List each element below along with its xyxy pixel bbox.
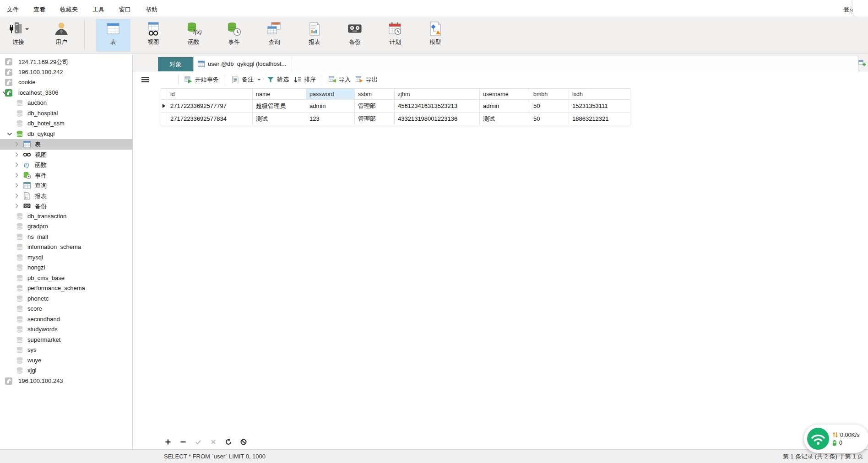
toolbar-table[interactable]: 表 [96,19,130,52]
grid-cell-username[interactable]: 测试 [480,113,530,125]
column-header-bmbh[interactable]: bmbh [530,88,569,100]
tree-item-pb-cms-base[interactable]: pb_cms_base [0,273,132,284]
grid-cell-lxdh[interactable]: 18863212321 [569,113,630,125]
tree-item-phonetc[interactable]: phonetc [0,294,132,304]
toolbar-user[interactable]: 用户 [44,19,79,52]
tab-objects[interactable]: 对象 [158,57,193,71]
note-button[interactable]: 备注 [229,74,264,85]
toolbar-schedule[interactable]: 计划 [378,19,412,52]
tree-item-gradpro[interactable]: gradpro [0,221,132,232]
toolbar-function[interactable]: f(x)函数 [176,19,211,52]
sort-button[interactable]: 排序 [291,74,318,85]
toolbar-connection[interactable]: 连接 [1,19,36,52]
tree-item-db-hospital[interactable]: db_hospital [0,108,132,119]
tree-item-xjgl[interactable]: xjgl [0,366,132,376]
tree-item-events[interactable]: 事件 [0,170,132,181]
grid-cell-username[interactable]: admin [480,100,530,113]
new-tab-button[interactable] [858,59,866,67]
grid-cell-password[interactable]: 123 [306,113,355,125]
tree-item-information-schema[interactable]: information_schema [0,242,132,253]
export-button[interactable]: 导出 [353,74,380,85]
column-header-id[interactable]: id [167,88,253,100]
tree-item-db-transaction[interactable]: db_transaction [0,211,132,222]
menu-tools[interactable]: 工具 [88,4,108,16]
grid-cell-zjhm[interactable]: 456123416313523213 [395,100,480,113]
tree-item-score[interactable]: score [0,304,132,314]
tree-item-queries[interactable]: 查询 [0,180,132,191]
tree-item-reports[interactable]: 报表 [0,191,132,201]
tree-item-auction[interactable]: auction [0,98,132,108]
toolbar-view[interactable]: 视图 [136,19,171,52]
tree-item-nongzi[interactable]: nongzi [0,263,132,273]
stop-button[interactable] [240,438,247,446]
chevron-down-icon[interactable] [5,130,14,138]
tree-item-wuye[interactable]: wuye [0,355,132,366]
tree-item-db-hotel-ssm[interactable]: db_hotel_ssm [0,118,132,129]
toolbar-report[interactable]: 报表 [297,19,332,52]
menu-view[interactable]: 查看 [29,4,49,16]
column-header-password[interactable]: password [306,88,355,100]
grid-cell-name[interactable]: 超级管理员 [253,100,306,113]
network-overlay[interactable]: 0.00K/s 0 [804,425,868,453]
chevron-right-icon[interactable] [13,181,21,189]
chevron-right-icon[interactable] [13,192,21,200]
delete-record-button[interactable] [179,438,187,446]
discard-changes-button[interactable] [210,438,217,446]
apply-changes-button[interactable] [195,438,202,446]
tree-item-mysql[interactable]: mysql [0,253,132,263]
column-header-zjhm[interactable]: zjhm [395,88,480,100]
tree-item-supermarket[interactable]: supermarket [0,335,132,345]
toolbar-backup[interactable]: 备份 [337,19,372,52]
tree-item-sys[interactable]: sys [0,345,132,355]
column-header-username[interactable]: username [480,88,530,100]
grid-cell-id[interactable]: 27172233692577834 [167,113,253,125]
grid-cell-name[interactable]: 测试 [253,113,306,125]
grid-cell-id[interactable]: 27172233692577797 [167,100,253,113]
grid-cell-ssbm[interactable]: 管理部 [355,113,395,125]
grid-cell-lxdh[interactable]: 15231353111 [569,100,630,113]
chevron-right-icon[interactable] [13,140,21,148]
menu-favorites[interactable]: 收藏夹 [56,4,82,16]
import-button[interactable]: 导入 [326,74,353,85]
grid-cell-password[interactable]: admin [306,100,355,113]
begin-transaction-button[interactable]: 开始事务 [182,74,221,85]
grid-cell-bmbh[interactable]: 50 [530,113,569,125]
tree-item-196-100-100-243[interactable]: 196.100.100.243 [0,376,132,387]
tree-item-studywords[interactable]: studywords [0,324,132,335]
chevron-right-icon[interactable] [13,151,21,159]
tree-item-cookie[interactable]: cookie [0,77,132,88]
column-header-name[interactable]: name [253,88,306,100]
menu-help[interactable]: 帮助 [141,4,162,16]
toolbar-event[interactable]: 事件 [217,19,251,52]
menu-window[interactable]: 窗口 [115,4,135,16]
column-header-lxdh[interactable]: lxdh [569,88,630,100]
row-gutter[interactable] [161,113,167,125]
hamburger-icon[interactable] [141,75,150,84]
grid-cell-bmbh[interactable]: 50 [530,100,569,113]
column-header-ssbm[interactable]: ssbm [355,88,395,100]
tree-item-functions[interactable]: f()函数 [0,160,132,170]
toolbar-query[interactable]: 查询 [257,19,292,52]
row-gutter[interactable] [161,100,167,113]
tab-user-db-qykqgl[interactable]: user @db_qykqgl (localhost... [194,56,292,71]
chevron-right-icon[interactable] [13,202,21,210]
toolbar-model[interactable]: 模型 [418,19,453,52]
tree-item-tables[interactable]: 表 [0,139,132,150]
add-record-button[interactable] [164,438,172,446]
tree-item-124-71-169-29[interactable]: 124.71.169.29公司 [0,57,132,67]
menu-file[interactable]: 文件 [3,4,23,16]
tree-item-backups[interactable]: 备份 [0,201,132,211]
tree-item-views[interactable]: 视图 [0,150,132,160]
grid-cell-ssbm[interactable]: 管理部 [355,100,395,113]
tree-item-localhost-3306[interactable]: localhost_3306 [0,88,132,98]
tree-item-196-100-100-242[interactable]: 196.100.100.242 [0,67,132,78]
chevron-right-icon[interactable] [13,171,21,179]
tree-item-performance-schema[interactable]: performance_schema [0,283,132,294]
tree-item-secondhand[interactable]: secondhand [0,314,132,325]
refresh-button[interactable] [225,438,232,446]
tree-item-hs-mall[interactable]: hs_mall [0,232,132,242]
tree-item-db-qykqgl[interactable]: db_qykqgl [0,129,132,140]
grid-cell-zjhm[interactable]: 433213198001223136 [395,113,480,125]
chevron-right-icon[interactable] [13,161,21,169]
filter-button[interactable]: 筛选 [264,74,291,85]
